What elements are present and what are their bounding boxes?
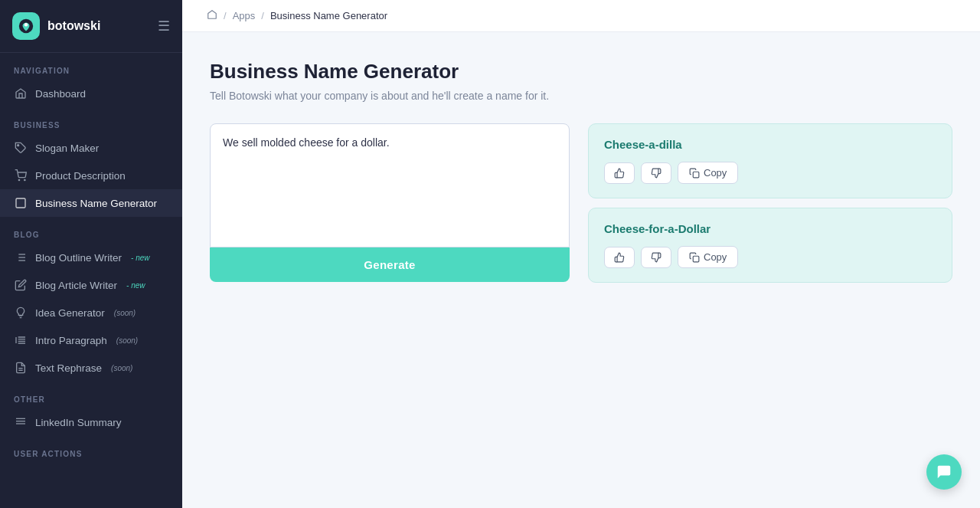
like-button-1[interactable] bbox=[604, 162, 635, 184]
chat-bubble[interactable] bbox=[926, 454, 962, 490]
sidebar-item-dashboard[interactable]: Dashboard bbox=[0, 80, 182, 107]
page-content: Business Name Generator Tell Botowski wh… bbox=[182, 32, 980, 508]
svg-point-3 bbox=[18, 179, 19, 180]
section-other: OTHER bbox=[0, 382, 182, 408]
sidebar-item-product-description[interactable]: Product Description bbox=[0, 162, 182, 189]
sidebar-item-label: Text Rephrase bbox=[35, 362, 102, 374]
result-actions-2: Copy bbox=[604, 246, 936, 268]
section-user-actions: USER ACTIONS bbox=[0, 436, 182, 463]
logo-area: botowski bbox=[12, 12, 100, 40]
sidebar-item-label: Product Description bbox=[35, 170, 126, 182]
page-title: Business Name Generator bbox=[210, 60, 952, 84]
breadcrumb-sep-2: / bbox=[261, 10, 264, 21]
prompt-textarea[interactable] bbox=[210, 123, 570, 247]
input-column: Generate bbox=[210, 123, 570, 282]
sidebar-item-business-name-generator[interactable]: Business Name Generator bbox=[0, 189, 182, 217]
file-icon bbox=[14, 361, 28, 375]
svg-rect-17 bbox=[693, 172, 699, 178]
svg-point-1 bbox=[24, 23, 28, 27]
main-content: / Apps / Business Name Generator Busines… bbox=[182, 0, 980, 508]
breadcrumb: / Apps / Business Name Generator bbox=[182, 0, 980, 32]
lines-icon bbox=[14, 415, 28, 429]
sidebar-item-label: Dashboard bbox=[35, 88, 86, 100]
badge-new: - new bbox=[126, 281, 145, 290]
lightbulb-icon bbox=[14, 306, 28, 320]
sidebar-item-label: Slogan Maker bbox=[35, 143, 99, 154]
breadcrumb-current: Business Name Generator bbox=[270, 10, 387, 21]
result-actions-1: Copy bbox=[604, 162, 936, 184]
copy-button-1[interactable]: Copy bbox=[678, 162, 738, 184]
results-column: Cheese-a-dilla Copy bbox=[588, 123, 952, 283]
svg-point-4 bbox=[24, 179, 25, 180]
badge-soon: (soon) bbox=[116, 336, 138, 345]
home-breadcrumb-icon bbox=[207, 9, 217, 22]
svg-rect-18 bbox=[693, 256, 699, 262]
shopping-cart-icon bbox=[14, 169, 28, 182]
sidebar: botowski ☰ NAVIGATION Dashboard BUSINESS… bbox=[0, 0, 182, 508]
sidebar-item-blog-article-writer[interactable]: Blog Article Writer - new bbox=[0, 271, 182, 299]
like-button-2[interactable] bbox=[604, 247, 635, 268]
sidebar-header: botowski ☰ bbox=[0, 0, 182, 53]
sidebar-item-intro-paragraph[interactable]: Intro Paragraph (soon) bbox=[0, 326, 182, 354]
sidebar-item-slogan-maker[interactable]: Slogan Maker bbox=[0, 134, 182, 162]
section-blog: BLOG bbox=[0, 217, 182, 244]
section-business: BUSINESS bbox=[0, 107, 182, 134]
content-area: Generate Cheese-a-dilla bbox=[210, 123, 952, 283]
page-subtitle: Tell Botowski what your company is about… bbox=[210, 90, 952, 102]
sidebar-item-idea-generator[interactable]: Idea Generator (soon) bbox=[0, 299, 182, 326]
sidebar-item-label: Business Name Generator bbox=[35, 198, 157, 209]
sidebar-item-blog-outline-writer[interactable]: Blog Outline Writer - new bbox=[0, 244, 182, 271]
dislike-button-1[interactable] bbox=[641, 162, 671, 184]
tag-icon bbox=[14, 141, 28, 155]
logo-text: botowski bbox=[47, 19, 100, 33]
sidebar-item-label: Blog Article Writer bbox=[35, 280, 117, 291]
result-name-2: Cheese-for-a-Dollar bbox=[604, 222, 936, 235]
list-icon bbox=[14, 251, 28, 264]
home-icon bbox=[14, 87, 28, 100]
result-card-2: Cheese-for-a-Dollar Copy bbox=[588, 208, 952, 283]
sidebar-item-label: Idea Generator bbox=[35, 307, 105, 319]
sidebar-item-label: LinkedIn Summary bbox=[35, 417, 122, 428]
breadcrumb-sep-1: / bbox=[224, 10, 227, 21]
svg-rect-5 bbox=[16, 198, 25, 208]
hamburger-icon[interactable]: ☰ bbox=[158, 18, 170, 34]
paragraph-icon bbox=[14, 333, 28, 347]
edit-icon bbox=[14, 278, 28, 292]
square-icon bbox=[14, 196, 28, 210]
result-name-1: Cheese-a-dilla bbox=[604, 138, 936, 151]
section-navigation: NAVIGATION bbox=[0, 53, 182, 80]
sidebar-item-linkedin-summary[interactable]: LinkedIn Summary bbox=[0, 408, 182, 436]
badge-new: - new bbox=[131, 254, 149, 262]
svg-point-2 bbox=[18, 145, 19, 146]
result-card-1: Cheese-a-dilla Copy bbox=[588, 123, 952, 198]
badge-soon: (soon) bbox=[111, 364, 132, 372]
logo-icon bbox=[12, 12, 40, 40]
copy-button-2[interactable]: Copy bbox=[678, 246, 738, 268]
badge-soon: (soon) bbox=[114, 309, 136, 317]
sidebar-item-text-rephrase[interactable]: Text Rephrase (soon) bbox=[0, 354, 182, 382]
generate-button[interactable]: Generate bbox=[210, 247, 570, 282]
breadcrumb-apps[interactable]: Apps bbox=[233, 10, 256, 21]
sidebar-item-label: Blog Outline Writer bbox=[35, 252, 122, 264]
dislike-button-2[interactable] bbox=[641, 247, 671, 268]
sidebar-item-label: Intro Paragraph bbox=[35, 335, 107, 346]
